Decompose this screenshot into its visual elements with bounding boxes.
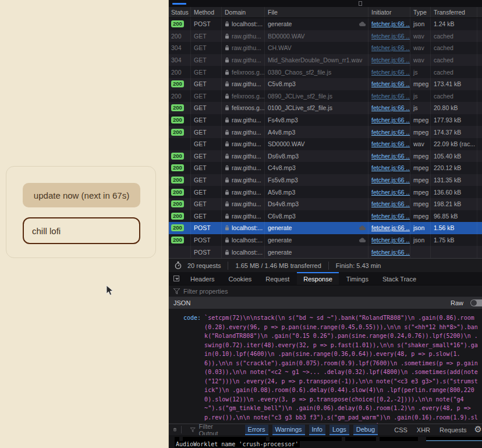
initiator-link[interactable]: fetcher.js:66 ... <box>371 164 410 171</box>
method-cell: GET <box>191 150 222 163</box>
network-request-row[interactable]: 200GETfelixroos.g...0380_Chaos_sf2_file.… <box>169 66 482 78</box>
initiator-link[interactable]: fetcher.js:66 ... <box>371 177 410 184</box>
initiator-link[interactable]: fetcher.js:66 ... <box>371 200 410 207</box>
initiator-link[interactable]: fetcher.js:66 ... <box>371 80 410 87</box>
network-request-row[interactable]: 200POSTlocalhost:...generatefetcher.js:6… <box>169 222 482 234</box>
initiator-link[interactable]: fetcher.js:66 ... <box>371 93 410 100</box>
initiator-link[interactable]: fetcher.js:66 ... <box>371 117 410 124</box>
filter-button-errors[interactable]: Errors <box>245 425 268 435</box>
type-cell: wav <box>410 138 431 150</box>
column-header-domain[interactable]: Domain <box>222 7 265 17</box>
filter-button-requests[interactable]: Requests <box>437 426 469 433</box>
initiator-link[interactable]: fetcher.js:66 ... <box>371 104 410 111</box>
transferred-cell: 198.21 kB <box>431 198 477 210</box>
initiator-link[interactable]: fetcher.js:66 ... <box>371 237 410 244</box>
collapse-pane-icon[interactable] <box>173 276 179 281</box>
transferred-cell: cached <box>431 54 477 66</box>
column-header-status[interactable]: Status <box>169 7 191 17</box>
domain-text: raw.githu... <box>232 117 261 124</box>
tab-headers[interactable]: Headers <box>184 272 221 285</box>
tab-timings[interactable]: Timings <box>340 272 375 285</box>
network-request-row[interactable]: 304GETraw.githu...CH.WAVfetcher.js:66 ..… <box>169 42 482 54</box>
file-name: CH.WAV <box>268 44 368 51</box>
network-table-header[interactable]: StatusMethodDomainFileInitiatorTypeTrans… <box>169 7 482 18</box>
clipped-cell <box>477 66 482 78</box>
clear-console-icon[interactable] <box>173 426 176 433</box>
network-request-row[interactable]: 200GETraw.githu...Fs4v8.mp3fetcher.js:66… <box>169 114 482 126</box>
network-request-row[interactable]: 200GETraw.githu...A4v8.mp3fetcher.js:66 … <box>169 126 482 138</box>
network-request-row[interactable]: 200GETraw.githu...C5v8.mp3fetcher.js:66 … <box>169 78 482 90</box>
initiator-link[interactable]: fetcher.js:66 ... <box>371 69 410 76</box>
method-cell: GET <box>191 30 222 43</box>
upload-cloud-icon <box>359 238 366 242</box>
initiator-link[interactable]: fetcher.js:66 ... <box>371 249 410 256</box>
network-request-row[interactable]: 200GETfelixroos.g...0100_JCLive_sf2_file… <box>169 102 482 114</box>
update-now-button[interactable]: update now (next in 67s) <box>23 183 140 207</box>
network-request-row[interactable]: 200GETraw.githu...Ds6v8.mp3fetcher.js:66… <box>169 150 482 163</box>
filter-button-debug[interactable]: Debug <box>353 425 378 435</box>
column-header-initiator[interactable]: Initiator <box>368 7 410 17</box>
method-cell: GET <box>191 54 222 66</box>
filter-button-logs[interactable]: Logs <box>329 425 349 435</box>
initiator-link[interactable]: fetcher.js:66 ... <box>371 153 410 160</box>
file-cell: SD0000.WAV <box>265 138 368 150</box>
initiator-link[interactable]: fetcher.js:66 ... <box>371 20 410 27</box>
request-count: 20 requests <box>187 262 221 269</box>
network-request-row[interactable]: 200POSTlocalhost:...generatefetcher.js:6… <box>169 18 482 30</box>
domain-text: localhost:... <box>232 249 263 256</box>
status-cell: 200 <box>169 222 191 234</box>
raw-toggle-switch[interactable] <box>470 299 482 306</box>
console-settings-gear-icon[interactable]: ⚙ <box>474 425 482 434</box>
status-cell: 200 <box>169 198 191 210</box>
network-request-row[interactable]: 200GETraw.githu...C4v8.mp3fetcher.js:66 … <box>169 162 482 174</box>
initiator-link[interactable]: fetcher.js:66 ... <box>371 44 410 51</box>
status-cell: 200 <box>169 30 191 43</box>
initiator-cell: fetcher.js:66 ... <box>368 174 410 186</box>
network-request-row[interactable]: 200GETfelixroos.g...0890_JCLive_sf2_file… <box>169 90 482 103</box>
filter-output-input[interactable]: Filter Output <box>186 423 225 437</box>
network-request-row[interactable]: 200GETraw.githu...Ds4v8.mp3fetcher.js:66… <box>169 198 482 210</box>
prompt-input[interactable] <box>23 217 140 244</box>
lock-icon <box>225 93 229 99</box>
initiator-link[interactable]: fetcher.js:66 ... <box>371 224 410 231</box>
filter-button-css[interactable]: CSS <box>391 426 410 433</box>
initiator-cell: fetcher.js:66 ... <box>368 138 410 150</box>
initiator-cell: fetcher.js:66 ... <box>368 66 410 78</box>
type-cell: json <box>410 234 431 246</box>
initiator-link[interactable]: fetcher.js:66 ... <box>371 129 410 136</box>
toolbar-glyph <box>359 1 362 6</box>
initiator-link[interactable]: fetcher.js:66 ... <box>371 33 410 40</box>
network-request-row[interactable]: 200GETraw.githu...BD0000.WAVfetcher.js:6… <box>169 30 482 43</box>
filter-button-warnings[interactable]: Warnings <box>272 425 305 435</box>
tab-response[interactable]: Response <box>297 272 339 285</box>
network-request-row[interactable]: 200GETraw.githu...Fs5v8.mp3fetcher.js:66… <box>169 174 482 186</box>
network-request-row[interactable]: 200GETraw.githu...A5v8.mp3fetcher.js:66 … <box>169 186 482 198</box>
network-request-row[interactable]: 304GETraw.githu...Mid_ShakerDouble_Down_… <box>169 54 482 66</box>
console-output[interactable]: AudioWorklet name 'crush-processor' <box>169 435 482 448</box>
initiator-link[interactable]: fetcher.js:66 ... <box>371 189 410 196</box>
tab-request[interactable]: Request <box>259 272 296 285</box>
network-request-row[interactable]: 200POSTlocalhost:...generatefetcher.js:6… <box>169 234 482 246</box>
method-cell: GET <box>191 102 222 114</box>
column-header-method[interactable]: Method <box>191 7 222 17</box>
network-request-row[interactable]: 200GETraw.githu...C6v8.mp3fetcher.js:66 … <box>169 210 482 223</box>
filter-button-info[interactable]: Info <box>309 425 325 435</box>
network-request-row[interactable]: GETraw.githu...SD0000.WAVfetcher.js:66 .… <box>169 138 482 150</box>
stopwatch-icon <box>175 262 182 269</box>
initiator-link[interactable]: fetcher.js:66 ... <box>371 57 410 64</box>
filter-properties-input[interactable]: Filter properties <box>169 285 482 297</box>
initiator-link[interactable]: fetcher.js:66 ... <box>371 140 410 147</box>
initiator-cell: fetcher.js:66 ... <box>368 114 410 126</box>
column-header-type[interactable]: Type <box>410 7 431 17</box>
column-header-transferred[interactable]: Transferred <box>431 7 477 17</box>
type-cell: mpeg <box>410 150 431 163</box>
initiator-link[interactable]: fetcher.js:66 ... <box>371 213 410 220</box>
column-header-file[interactable]: File <box>265 7 368 17</box>
json-section-header[interactable]: JSON Raw <box>169 297 482 309</box>
status-code: 200 <box>171 213 184 220</box>
tab-cookies[interactable]: Cookies <box>222 272 258 285</box>
filter-button-xhr[interactable]: XHR <box>414 426 433 433</box>
network-request-row[interactable]: POSTlocalhost:...generatefetcher.js:66 .… <box>169 246 482 258</box>
response-json-viewer[interactable]: code: `setcpm(72)\n\nstack(\n s("bd ~ sd… <box>169 309 482 424</box>
tab-stack-trace[interactable]: Stack Trace <box>376 272 423 285</box>
